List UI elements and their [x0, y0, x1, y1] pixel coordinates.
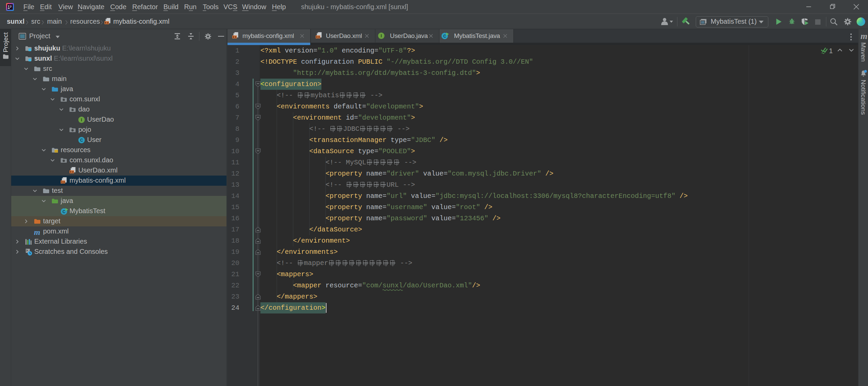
svg-text:I: I — [81, 118, 82, 122]
svg-text:I: I — [381, 34, 382, 38]
svg-text:C: C — [62, 209, 65, 214]
svg-text:IJ: IJ — [8, 5, 12, 8]
svg-text:C: C — [443, 34, 446, 39]
svg-text:C: C — [80, 138, 83, 143]
